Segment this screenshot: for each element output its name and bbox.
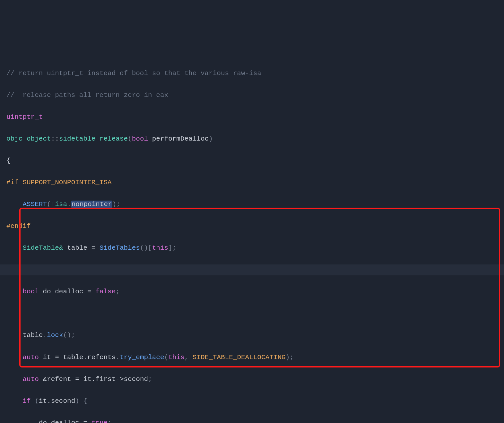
preproc-if: #if xyxy=(6,179,19,186)
code-line: if (it.second) { xyxy=(6,396,504,407)
assign: = xyxy=(71,376,83,383)
var-name: table xyxy=(22,332,43,339)
paren: ()[ xyxy=(140,244,152,252)
assign: = xyxy=(51,354,63,361)
comment-text: // return uintptr_t instead of bool so t… xyxy=(6,70,261,77)
type-ref: SideTable& xyxy=(22,244,67,252)
semi: ; xyxy=(108,419,112,423)
class-name: objc_object xyxy=(6,135,51,142)
auto-kw: auto xyxy=(22,354,39,361)
assign: = xyxy=(79,419,91,423)
method-call: try_emplace xyxy=(120,354,164,361)
code-line: bool do_dealloc = false; xyxy=(6,286,504,297)
cursor-line[interactable] xyxy=(0,264,504,275)
method-name: sidetable_release xyxy=(59,135,128,142)
var-name: &refcnt xyxy=(39,376,71,383)
selected-word[interactable]: nonpointer xyxy=(71,201,112,208)
var-name: do_dealloc xyxy=(39,419,79,423)
return-type: uintptr_t xyxy=(6,113,43,121)
this-kw: this xyxy=(152,244,168,252)
expr: it.first->second xyxy=(83,376,148,383)
code-line: table.lock(); xyxy=(6,330,504,341)
paren: (); xyxy=(63,332,75,339)
open-brace: { xyxy=(6,157,11,164)
bool-kw: bool xyxy=(22,288,39,295)
paren: ( xyxy=(31,397,39,405)
code-line: { xyxy=(6,155,504,166)
code-line: objc_object::sidetable_release(bool perf… xyxy=(6,134,504,144)
comment-text: // -release paths all return zero in eax xyxy=(6,91,168,99)
func-call: SideTables xyxy=(100,244,140,252)
param-type: bool xyxy=(132,135,148,142)
preproc-endif: #endif xyxy=(6,222,31,230)
var-name: it xyxy=(39,354,51,361)
expr: it.second xyxy=(39,397,75,405)
dot: . xyxy=(43,332,47,339)
assert-call: ASSERT xyxy=(22,201,47,208)
paren: ); xyxy=(286,354,294,361)
code-line: // -release paths all return zero in eax xyxy=(6,90,504,101)
semi: ; xyxy=(148,376,152,383)
code-line: do_dealloc = true; xyxy=(6,418,504,423)
dot: . xyxy=(67,201,71,208)
code-block[interactable]: // return uintptr_t instead of bool so t… xyxy=(0,57,504,423)
code-line xyxy=(6,308,504,319)
isa-ident: isa xyxy=(55,201,67,208)
member: refcnts xyxy=(87,354,116,361)
code-line: auto it = table.refcnts.try_emplace(this… xyxy=(6,352,504,363)
code-line: // return uintptr_t instead of bool so t… xyxy=(6,68,504,79)
var-name: table xyxy=(63,354,83,361)
code-line: #endif xyxy=(6,221,504,232)
comma: , xyxy=(185,354,193,361)
code-line: auto &refcnt = it.first->second; xyxy=(6,374,504,385)
dot: . xyxy=(116,354,120,361)
paren: ( xyxy=(128,135,132,142)
macro-name: SUPPORT_NONPOINTER_ISA xyxy=(19,179,112,186)
semi: ; xyxy=(116,288,120,295)
var-name: table xyxy=(67,244,87,252)
scope-op: :: xyxy=(51,135,59,142)
code-editor-wrapper: // return uintptr_t instead of bool so t… xyxy=(0,46,504,423)
method-call: lock xyxy=(47,332,63,339)
paren: ]; xyxy=(168,244,176,252)
bool-literal: true xyxy=(91,419,108,423)
code-line: #if SUPPORT_NONPOINTER_ISA xyxy=(6,177,504,188)
assign: = xyxy=(83,288,95,295)
paren: ); xyxy=(112,201,120,208)
code-line: SideTable& table = SideTables()[this]; xyxy=(6,243,504,254)
var-name: do_dealloc xyxy=(39,288,83,295)
paren: ) { xyxy=(75,397,87,405)
this-kw: this xyxy=(168,354,184,361)
constant: SIDE_TABLE_DEALLOCATING xyxy=(193,354,286,361)
auto-kw: auto xyxy=(22,376,39,383)
dot: . xyxy=(83,354,87,361)
code-line: uintptr_t xyxy=(6,112,504,123)
param-name: performDealloc xyxy=(148,135,209,142)
assign: = xyxy=(87,244,100,252)
code-line: ASSERT(!isa.nonpointer); xyxy=(6,199,504,210)
paren: ) xyxy=(209,135,213,142)
paren: (! xyxy=(47,201,55,208)
bool-literal: false xyxy=(95,288,116,295)
if-kw: if xyxy=(22,397,30,405)
paren: ( xyxy=(164,354,169,361)
